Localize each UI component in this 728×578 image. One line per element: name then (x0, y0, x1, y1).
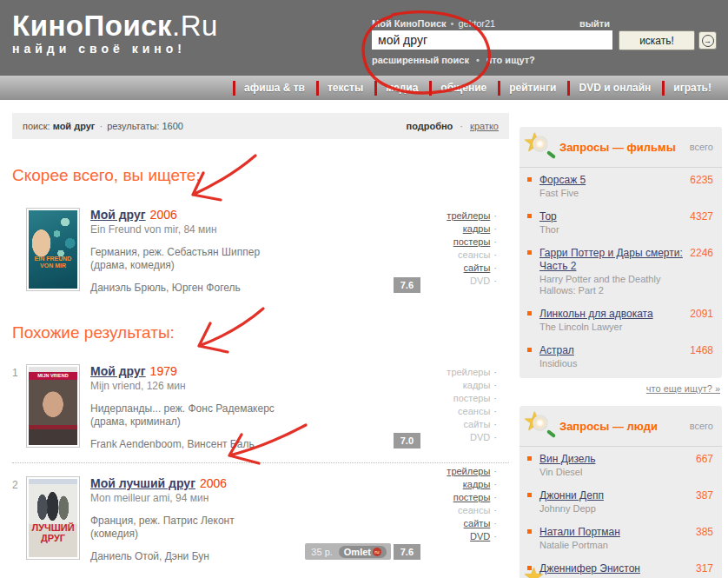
search-label: поиск: (23, 121, 50, 131)
arrow-right-icon: → (702, 35, 714, 47)
sites-link[interactable]: сайты (464, 262, 491, 273)
username[interactable]: gektor21 (458, 18, 495, 29)
account-row: Мой КиноПоиск • gektor21 выйти (372, 18, 610, 29)
stills-link: кадры (463, 380, 491, 390)
price-value: 35 р. (311, 547, 332, 557)
result-links: трейлеры· кадры· постеры· сеансы· сайты·… (447, 366, 497, 444)
film-original: Insidious (539, 358, 683, 369)
dvd-link: DVD (470, 432, 490, 442)
result-row-featured: EIN FREUND VON MIR Мой друг2006 Ein Freu… (12, 208, 509, 295)
film-link[interactable]: Тор (539, 210, 557, 223)
nav-afisha-tv[interactable]: афиша & тв (233, 81, 316, 96)
stills-link[interactable]: кадры (463, 223, 491, 234)
queries-films-block: ★ Запросы — фильмы всего Форсаж 5Fast Fi… (520, 127, 722, 378)
movie-title-link[interactable]: Мой друг (90, 364, 146, 378)
list-item: ТорThor 4327 (520, 204, 722, 241)
film-link[interactable]: Гарри Поттер и Дары смерти: Часть 2 (539, 247, 683, 272)
poster-title-text: ЛУЧШИЙ ДРУГ (29, 522, 77, 543)
rating-badge: 7.6 (394, 544, 420, 560)
more-film-queries-link[interactable]: что еще ищут? » (646, 383, 720, 394)
total-label: всего (690, 142, 713, 152)
person-link[interactable]: Натали Портман (539, 526, 620, 538)
movie-title-link[interactable]: Мой друг (90, 208, 146, 222)
posters-link: постеры (453, 393, 491, 403)
view-brief-link[interactable]: кратко (470, 121, 499, 131)
dvd-link[interactable]: DVD (470, 531, 490, 541)
query-count: 387 (696, 489, 713, 515)
my-kinopoisk-link[interactable]: Мой КиноПоиск (372, 18, 447, 29)
person-link[interactable]: Вин Дизель (539, 453, 595, 465)
film-link[interactable]: Астрал (539, 344, 574, 356)
query-count: 4327 (690, 210, 713, 236)
trailers-link[interactable]: трейлеры (447, 210, 490, 221)
result-info: Мой лучший друг2006 Mon meilleur ami, 94… (90, 476, 235, 563)
bullet-icon (527, 456, 532, 461)
result-links: трейлеры· кадры· постеры· сеансы· сайты·… (447, 209, 497, 288)
bullet-icon (527, 493, 532, 497)
search-go-button[interactable]: → (698, 31, 717, 50)
nav-dvd-online[interactable]: DVD и онлайн (567, 81, 662, 96)
list-item: Натали ПортманNatalie Portman 385 (520, 520, 722, 556)
watch-price-badge[interactable]: 35 р. Omletru (305, 543, 391, 560)
movie-original-title: Ein Freund von mir, 84 мин (90, 223, 260, 236)
list-item: Вин ДизельVin Diesel 667 (520, 447, 722, 483)
search-query: мой друг (53, 121, 96, 131)
advanced-search-link[interactable]: расширенный поиск (372, 55, 469, 65)
query-count: 385 (696, 526, 713, 551)
trailers-link[interactable]: трейлеры (447, 466, 490, 476)
film-link[interactable]: Линкольн для адвоката (539, 308, 653, 320)
results-count: 1600 (162, 121, 182, 131)
sessions-link: сеансы (458, 249, 490, 260)
nav-community[interactable]: общение (429, 81, 498, 96)
results-label: результаты: (107, 121, 159, 131)
logout-link[interactable]: выйти (579, 18, 610, 29)
film-link[interactable]: Форсаж 5 (539, 174, 586, 186)
sites-link[interactable]: сайты (464, 518, 491, 528)
logo-tagline: найди своё кино! (12, 42, 218, 56)
result-links: трейлеры· кадры· постеры· сеансы· сайты·… (447, 465, 497, 543)
person-link[interactable]: Джонни Депп (539, 489, 604, 502)
search-links-row: расширенный поиск • что ищут? (372, 55, 535, 65)
movie-year: 1979 (150, 364, 177, 378)
poster-art: MIJN VRIEND (29, 367, 77, 445)
poster-title-text: EIN FREUND VON MIR (29, 256, 77, 269)
result-number: 2 (12, 476, 26, 563)
site-logo[interactable]: КиноПоиск.Ru найди своё кино! (12, 11, 218, 56)
view-switch: подробно · кратко (407, 121, 500, 131)
result-number: 1 (12, 364, 26, 451)
bullet-icon (527, 177, 532, 182)
film-original: Harry Potter and the Deathly Hallows: Pa… (539, 274, 683, 296)
person-original: Natalie Portman (539, 540, 689, 551)
what-they-search-link[interactable]: что ищут? (486, 55, 535, 65)
nav-media[interactable]: медиа (374, 81, 429, 96)
stills-link[interactable]: кадры (463, 479, 491, 489)
movie-poster[interactable]: ЛУЧШИЙ ДРУГ (26, 476, 80, 560)
omlet-store-logo: Omletru (339, 546, 387, 558)
movie-actors: Даниэль Брюль, Юрген Фогель (90, 282, 260, 295)
query-count: 667 (696, 453, 713, 478)
total-label: всего (690, 421, 713, 431)
logo-title: КиноПоиск.Ru (12, 11, 218, 41)
query-count: 6235 (690, 174, 713, 199)
movie-poster[interactable]: EIN FREUND VON MIR (26, 208, 80, 291)
trailers-link: трейлеры (447, 367, 490, 377)
bullet-icon (527, 348, 532, 352)
star-search-icon: ★ (523, 409, 558, 442)
movie-original-title: Mijn vriend, 126 мин (90, 380, 275, 393)
nav-texts[interactable]: тексты (316, 81, 374, 96)
movie-title-link[interactable]: Мой лучший друг (90, 476, 195, 490)
list-item: Гарри Поттер и Дары смерти: Часть 2Harry… (520, 241, 722, 302)
person-link[interactable]: Дженнифер Энистон (539, 562, 640, 575)
nav-play[interactable]: играть! (662, 81, 723, 96)
movie-poster[interactable]: MIJN VRIEND (26, 364, 80, 448)
sessions-link: сеансы (458, 505, 490, 515)
nav-ratings[interactable]: рейтинги (498, 81, 567, 96)
search-button[interactable]: искать! (619, 30, 695, 50)
search-input[interactable] (372, 30, 612, 50)
rating-badge: 7.6 (394, 277, 420, 293)
posters-link[interactable]: постеры (453, 492, 491, 502)
person-original: Johnny Depp (539, 503, 689, 515)
view-detailed: подробно (407, 121, 453, 131)
posters-link[interactable]: постеры (453, 236, 491, 247)
separator-dot: · (460, 121, 463, 131)
